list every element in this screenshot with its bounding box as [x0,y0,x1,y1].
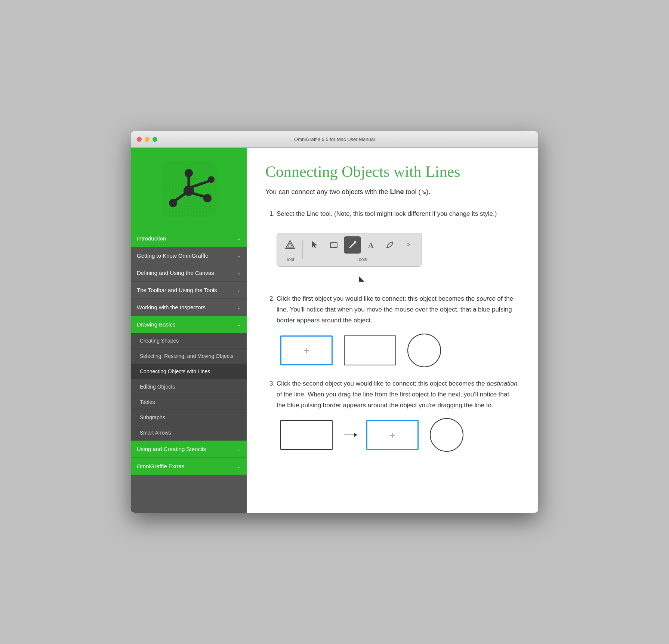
sidebar-item-subgraphs[interactable]: Subgraphs [131,410,247,425]
chevron-down-icon: ⌄ [237,288,241,293]
select-tool-btn[interactable] [306,236,324,254]
sidebar-item-tables[interactable]: Tables [131,395,247,410]
steps-list: Select the Line tool. (Note, this tool m… [265,209,520,452]
line-connector [344,435,355,435]
tool-section: Tool [281,236,299,263]
svg-line-14 [330,243,337,248]
svg-point-7 [203,194,212,202]
sidebar-item-drawing-basics[interactable]: Drawing Basics ⌄ [131,316,247,333]
window-title: OmniGraffle 6.5 for Mac User Manual [294,137,375,142]
titlebar: OmniGraffle 6.5 for Mac User Manual [131,131,538,148]
chevron-down-icon: ⌄ [237,305,241,310]
sidebar-item-connecting-objects[interactable]: Connecting Objects with Lines [131,364,247,379]
chevron-down-icon: ⌄ [237,270,241,276]
step-1-text: Select the Line tool. (Note, this tool m… [277,209,520,220]
sidebar-logo [131,148,247,230]
sidebar-item-selecting-resizing[interactable]: Selecting, Resizing, and Moving Objects [131,349,247,364]
diagram-step-3: + [277,418,520,452]
omnigraffle-logo-icon [159,159,219,219]
svg-point-15 [354,241,356,243]
shape-tool-btn[interactable] [281,236,299,254]
step-3-text: Click the second object you would like t… [277,378,520,411]
app-window: OmniGraffle 6.5 for Mac User Manual [131,131,538,513]
tools-section: A [306,236,417,263]
traffic-lights [137,137,157,142]
sidebar-item-stencils[interactable]: Using and Creating Stencils ⌄ [131,441,247,458]
sidebar: Introduction ⌄ Getting to Know OmniGraff… [131,148,247,513]
diagram-step-2: + [277,334,520,367]
more-tools-btn[interactable]: > [400,236,417,254]
sidebar-item-editing-objects[interactable]: Editing Objects [131,379,247,395]
circle-shape-2 [430,418,463,452]
chevron-down-icon: ⌄ [237,322,241,327]
sidebar-item-defining-canvas[interactable]: Defining and Using the Canvas ⌄ [131,264,247,282]
step-2: Click the first object you would like to… [277,294,520,367]
pen-tool-btn[interactable] [381,236,398,254]
chevron-down-icon: ⌄ [237,236,241,241]
circle-shape [407,334,441,367]
minimize-button[interactable] [145,137,149,142]
page-title: Connecting Objects with Lines [265,163,520,181]
content-area: Connecting Objects with Lines You can co… [247,148,538,513]
toolbar-separator [302,240,303,259]
text-tool-btn[interactable]: A [363,236,380,254]
sidebar-item-inspectors[interactable]: Working with the Inspectors ⌄ [131,299,247,316]
step-3: Click the second object you would like t… [277,378,520,452]
line-tool-btn[interactable] [344,236,361,254]
close-button[interactable] [137,137,142,142]
cursor-indicator: ◣ [359,272,520,285]
main-layout: Introduction ⌄ Getting to Know OmniGraff… [131,148,538,513]
source-shape-2 [280,420,333,450]
sidebar-item-smart-arrows[interactable]: Smart Arrows [131,425,247,441]
intro-paragraph: You can connect any two objects with the… [265,187,520,197]
sidebar-item-extras[interactable]: OmniGraffle Extras ⌄ [131,458,247,475]
svg-text:A: A [368,241,374,249]
chevron-down-icon: ⌄ [237,464,241,469]
source-shape: + [280,335,333,365]
sidebar-item-introduction[interactable]: Introduction ⌄ [131,230,247,247]
step-2-text: Click the first object you would like to… [277,294,520,326]
toolbar-mockup: Tool [277,227,520,285]
maximize-button[interactable] [152,137,157,142]
step-1: Select the Line tool. (Note, this tool m… [277,209,520,285]
arrow-head [354,433,357,437]
destination-shape [344,335,396,365]
shape-select-btn[interactable] [325,236,342,254]
dest-shape-2: + [366,420,419,450]
connector [344,435,355,435]
chevron-down-icon: ⌄ [237,253,241,258]
chevron-down-icon: ⌄ [237,447,241,452]
sidebar-item-creating-shapes[interactable]: Creating Shapes [131,333,247,349]
sidebar-item-toolbar[interactable]: The Toolbar and Using the Tools ⌄ [131,282,247,299]
sidebar-item-getting-to-know[interactable]: Getting to Know OmniGraffle ⌄ [131,247,247,264]
